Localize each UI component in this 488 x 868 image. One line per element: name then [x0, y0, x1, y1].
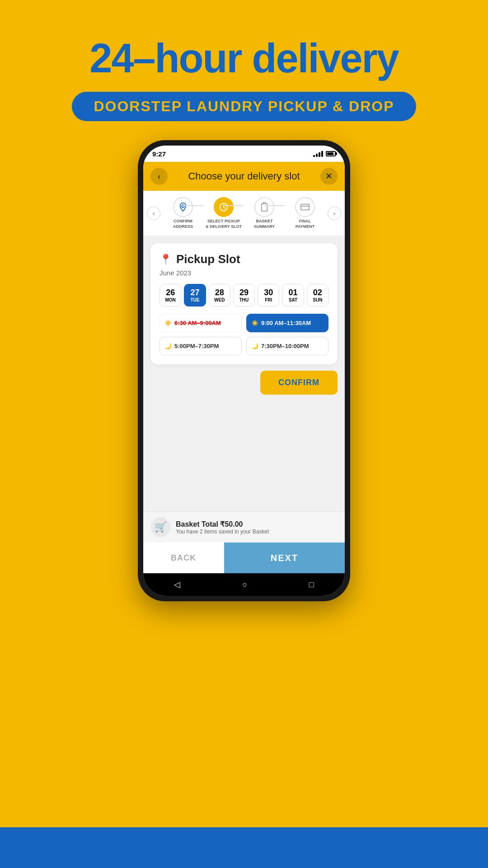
app-header: ‹ Choose your delivery slot ✕ [143, 162, 345, 191]
date-27-tue[interactable]: 27 TUE [184, 284, 206, 307]
step-select-slot-icon [214, 197, 234, 217]
step-final-payment[interactable]: FINALPAYMENT [285, 197, 325, 229]
step-confirm-address-icon [173, 197, 193, 217]
back-button-nav[interactable]: BACK [143, 542, 224, 573]
confirm-button-wrap: CONFIRM [150, 371, 338, 395]
slot-label-500: 5:00PM–7:30PM [174, 343, 219, 349]
status-time: 9:27 [152, 150, 166, 158]
android-nav-bar: ◁ ○ □ [143, 573, 345, 596]
step-select-slot[interactable]: SELECT PICKUP& DELIVERY SLOT [203, 197, 244, 229]
card-title-row: 📍 Pickup Slot [160, 252, 328, 266]
android-back-icon[interactable]: ◁ [174, 580, 180, 590]
step-final-payment-icon [295, 197, 315, 217]
steps-bar: ‹ CONFIRMADDRESS [143, 191, 345, 236]
status-bar: 9:27 [143, 146, 345, 162]
time-slot-900[interactable]: ☀️ 9:00 AM–11:30AM [246, 314, 328, 332]
steps-next-button[interactable]: › [328, 207, 341, 220]
sun-icon-2: ☀️ [251, 320, 258, 326]
basket-bar: 🛒 Basket Total ₹50.00 You have 2 items s… [143, 511, 345, 542]
moon-icon-1: 🌙 [164, 343, 172, 349]
date-02-sun[interactable]: 02 SUN [307, 284, 328, 307]
bottom-nav: BACK NEXT [143, 542, 345, 573]
basket-total: Basket Total ₹50.00 [176, 520, 269, 528]
date-30-fri[interactable]: 30 FRI [258, 284, 279, 307]
header-title: Choose your delivery slot [188, 170, 300, 182]
location-pin-icon: 📍 [160, 254, 172, 265]
date-selector: 26 MON 27 TUE 28 WED 29 [160, 284, 328, 307]
confirm-button[interactable]: CONFIRM [260, 371, 338, 395]
pickup-card: 📍 Pickup Slot June 2023 26 MON 27 TUE [150, 243, 338, 364]
basket-icon: 🛒 [150, 517, 170, 537]
phone-inner: 9:27 ‹ Choose your delivery slot [143, 146, 345, 596]
phone-mockup: 9:27 ‹ Choose your delivery slot [138, 140, 350, 601]
hero-title: 24–hour delivery [0, 36, 488, 81]
step-basket-summary-label: BASKETSUMMARY [254, 219, 275, 229]
back-button[interactable]: ‹ [150, 168, 168, 185]
step-basket-summary[interactable]: BASKETSUMMARY [244, 197, 285, 229]
date-29-thu[interactable]: 29 THU [233, 284, 255, 307]
time-slot-730[interactable]: 🌙 7:30PM–10:00PM [246, 337, 328, 355]
time-slot-500[interactable]: 🌙 5:00PM–7:30PM [160, 337, 242, 355]
next-button-nav[interactable]: NEXT [224, 542, 345, 573]
bottom-strip [0, 827, 488, 868]
date-01-sat[interactable]: 01 SAT [282, 284, 304, 307]
signal-icon [313, 151, 323, 157]
android-home-icon[interactable]: ○ [242, 580, 247, 590]
hero-badge: DOORSTEP LAUNDRY PICKUP & DROP [72, 92, 416, 121]
basket-sub: You have 2 items saved in your Basket [176, 528, 269, 535]
step-confirm-address-label: CONFIRMADDRESS [173, 219, 193, 229]
android-recent-icon[interactable]: □ [309, 580, 314, 590]
steps-list: CONFIRMADDRESS SELECT PICKUP& DELIVERY S… [160, 197, 328, 229]
status-right [313, 151, 336, 157]
date-28-wed[interactable]: 28 WED [209, 284, 230, 307]
svg-rect-3 [301, 204, 309, 210]
time-slot-630[interactable]: ☀️ 6:30 AM–9:00AM [160, 314, 242, 332]
sun-icon-1: ☀️ [164, 320, 172, 326]
step-select-slot-label: SELECT PICKUP& DELIVERY SLOT [206, 219, 242, 229]
moon-icon-2: 🌙 [251, 343, 258, 349]
date-26-mon[interactable]: 26 MON [160, 284, 181, 307]
steps-prev-button[interactable]: ‹ [147, 207, 160, 220]
step-basket-summary-icon [254, 197, 274, 217]
slot-label-730: 7:30PM–10:00PM [261, 343, 309, 349]
phone-outer: 9:27 ‹ Choose your delivery slot [138, 140, 350, 601]
pickup-slot-title: Pickup Slot [176, 252, 240, 266]
close-button[interactable]: ✕ [320, 168, 338, 185]
time-slots: ☀️ 6:30 AM–9:00AM ☀️ 9:00 AM–11:30AM 🌙 5… [160, 314, 328, 355]
step-confirm-address[interactable]: CONFIRMADDRESS [163, 197, 203, 229]
battery-icon [326, 151, 336, 156]
slot-label-900: 9:00 AM–11:30AM [261, 320, 311, 326]
hero-section: 24–hour delivery DOORSTEP LAUNDRY PICKUP… [0, 36, 488, 121]
pickup-month-year: June 2023 [160, 269, 328, 277]
basket-info: Basket Total ₹50.00 You have 2 items sav… [176, 520, 269, 535]
step-final-payment-label: FINALPAYMENT [296, 219, 315, 229]
main-content: 📍 Pickup Slot June 2023 26 MON 27 TUE [143, 236, 345, 511]
